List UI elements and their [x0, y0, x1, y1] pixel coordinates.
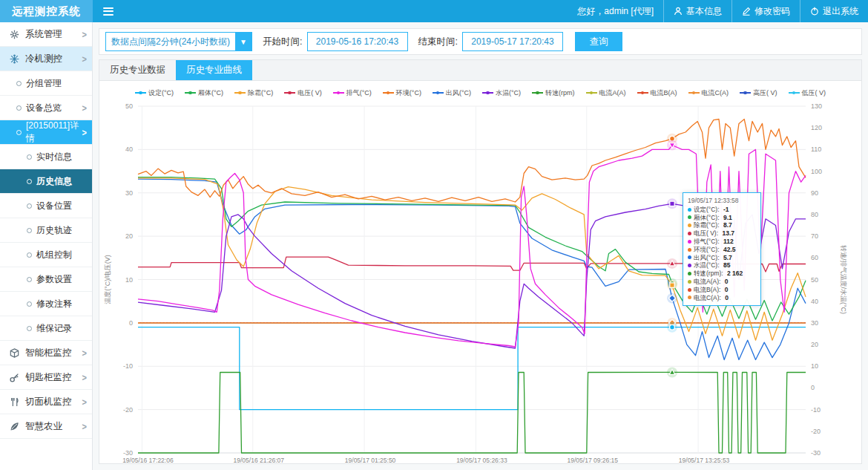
series-line-转速(rpm): [138, 372, 806, 453]
tooltip-row: 水温(°C): 85: [688, 261, 756, 270]
tooltip-row: 设定(°C): -1: [688, 206, 756, 214]
end-time-label: 结束时间:: [418, 36, 458, 48]
svg-text:0: 0: [129, 319, 133, 327]
sidebar-item-机组控制[interactable]: 机组控制: [0, 243, 92, 267]
svg-text:19/05/16 21:26:07: 19/05/16 21:26:07: [234, 457, 285, 464]
series-dot-icon: [688, 280, 691, 284]
legend-item-8[interactable]: 水温(°C): [482, 88, 521, 98]
bullet-icon: [27, 203, 32, 209]
sidebar-item-参数设置[interactable]: 参数设置: [0, 267, 92, 292]
user-menu: 您好，admin [代理] 基本信息修改密码退出系统: [568, 0, 868, 22]
legend-item-3[interactable]: 除霜(°C): [234, 88, 273, 98]
legend-item-9[interactable]: 转速(rpm): [532, 88, 575, 98]
tab-bar: 历史专业数据历史专业曲线: [99, 60, 861, 81]
legend-marker-icon: [532, 92, 543, 94]
legend-item-6[interactable]: 环境(°C): [383, 88, 421, 98]
svg-text:10: 10: [125, 276, 133, 284]
sidebar-item-切面机监控[interactable]: 切面机监控>: [0, 390, 92, 414]
start-time-input[interactable]: [307, 32, 408, 51]
sidebar-item-label: 分组管理: [26, 77, 62, 90]
sidebar-item-分组管理[interactable]: 分组管理: [0, 71, 92, 96]
chart-tooltip: 19/05/17 12:33:58 设定(°C): -1厢体(°C): 9.1除…: [683, 192, 761, 306]
sidebar-item-维保记录[interactable]: 维保记录: [0, 316, 92, 341]
tab-1[interactable]: 历史专业数据: [99, 60, 176, 80]
svg-text:20: 20: [125, 232, 133, 240]
history-panel: 历史专业数据历史专业曲线 设定(°C)厢体(°C)除霜(°C)电压( V)排气(…: [99, 59, 862, 464]
user-icon: [674, 7, 683, 16]
series-line-环境(°C): [138, 120, 806, 203]
end-time-input[interactable]: [462, 32, 563, 51]
edit-icon: [742, 7, 751, 16]
legend-item-12[interactable]: 电流C(A): [688, 88, 729, 98]
bullet-icon: [16, 130, 22, 135]
sidebar-item-设备总览[interactable]: 设备总览>: [0, 96, 92, 120]
svg-text:20: 20: [811, 341, 818, 348]
power-icon: [810, 7, 819, 16]
sidebar-item-实时信息[interactable]: 实时信息: [0, 145, 92, 169]
legend-marker-icon: [637, 92, 648, 94]
main-content: 数据点间隔2分钟(24小时数据) ▼ 开始时间: 结束时间: 查询 历史专业数据…: [93, 22, 868, 470]
series-dot-icon: [688, 248, 691, 252]
query-toolbar: 数据点间隔2分钟(24小时数据) ▼ 开始时间: 结束时间: 查询: [99, 28, 862, 55]
sidebar-item-20150011详情[interactable]: [20150011]详情>: [0, 120, 92, 145]
legend-marker-icon: [482, 92, 493, 94]
svg-text:50: 50: [125, 102, 133, 110]
svg-text:19/05/17 01:25:50: 19/05/17 01:25:50: [345, 457, 396, 464]
tooltip-time: 19/05/17 12:33:58: [688, 197, 756, 205]
legend-item-13[interactable]: 高压( V): [740, 88, 777, 98]
user-menu-item-2[interactable]: 修改密码: [731, 0, 800, 22]
legend-item-11[interactable]: 电流B(A): [637, 88, 677, 98]
chevron-right-icon: >: [82, 102, 87, 113]
sidebar-item-钥匙柜监控[interactable]: 钥匙柜监控>: [0, 365, 92, 390]
svg-text:-30: -30: [811, 449, 821, 457]
legend-item-5[interactable]: 排气(°C): [333, 88, 372, 98]
sidebar-item-label: 机组控制: [36, 249, 72, 261]
sidebar-nav: 系统管理>冷机测控>分组管理设备总览>[20150011]详情>实时信息历史信息…: [0, 22, 93, 470]
tab-2[interactable]: 历史专业曲线: [176, 60, 252, 80]
sidebar-item-历史轨迹[interactable]: 历史轨迹: [0, 218, 92, 243]
query-button[interactable]: 查询: [575, 32, 622, 51]
left-axis-title: 温度(°C)/电压(V): [104, 255, 111, 304]
svg-text:80: 80: [811, 211, 818, 218]
legend-item-2[interactable]: 厢体(°C): [185, 88, 223, 98]
sidebar-item-label: 设备位置: [36, 200, 72, 212]
legend-item-14[interactable]: 低压( V): [789, 88, 826, 98]
legend-marker-icon: [234, 92, 246, 94]
sidebar-item-label: 智能柜监控: [25, 347, 72, 359]
chart-legend: 设定(°C)厢体(°C)除霜(°C)电压( V)排气(°C)环境(°C)出风(°…: [99, 81, 861, 98]
sidebar-item-label: 参数设置: [36, 273, 72, 286]
sidebar-item-label: 系统管理: [25, 28, 62, 41]
svg-text:130: 130: [811, 102, 822, 110]
sidebar-item-历史信息[interactable]: 历史信息: [0, 169, 92, 194]
legend-item-10[interactable]: 电流A(A): [586, 88, 626, 98]
legend-item-1[interactable]: 设定(°C): [135, 88, 174, 98]
interval-select[interactable]: 数据点间隔2分钟(24小时数据) ▼: [105, 32, 252, 51]
sidebar-item-设备位置[interactable]: 设备位置: [0, 194, 92, 218]
sidebar-item-智慧农业[interactable]: 智慧农业>: [0, 414, 92, 439]
sidebar-item-修改注释[interactable]: 修改注释: [0, 292, 92, 316]
series-dot-icon: [688, 288, 691, 292]
right-axis-title: 转速/排气温度/水温(°C): [840, 245, 847, 314]
user-menu-item-3[interactable]: 退出系统: [800, 0, 868, 22]
bullet-icon: [27, 326, 32, 331]
hamburger-menu-icon[interactable]: [93, 0, 124, 22]
legend-item-4[interactable]: 电压( V): [284, 88, 322, 98]
sidebar-item-label: 修改注释: [36, 298, 72, 310]
tooltip-row: 环境(°C): 42.5: [688, 246, 756, 254]
sidebar-item-智能柜监控[interactable]: 智能柜监控>: [0, 341, 92, 365]
svg-text:-30: -30: [123, 449, 133, 457]
user-menu-item-1[interactable]: 基本信息: [663, 0, 731, 22]
sidebar-item-label: 切面机监控: [25, 396, 72, 408]
svg-text:100: 100: [811, 168, 822, 175]
user-greeting: 您好，admin [代理]: [568, 0, 663, 22]
tooltip-row: 转速(rpm): 2 162: [688, 270, 756, 278]
chevron-right-icon: >: [82, 53, 87, 64]
sidebar-item-系统管理[interactable]: 系统管理>: [0, 22, 92, 47]
sidebar-item-label: 设备总览: [26, 102, 62, 114]
legend-marker-icon: [135, 92, 146, 94]
chevron-right-icon: >: [82, 396, 87, 407]
tooltip-markers: [667, 134, 677, 378]
svg-text:30: 30: [811, 319, 818, 327]
sidebar-item-冷机测控[interactable]: 冷机测控>: [0, 47, 92, 71]
legend-item-7[interactable]: 出风(°C): [433, 88, 471, 98]
